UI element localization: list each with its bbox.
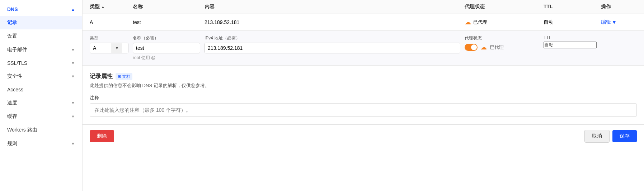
chevron-up-icon: ▲	[71, 7, 75, 11]
chevron-down-icon: ▼	[71, 142, 75, 146]
sidebar-item-rules[interactable]: 规则 ▼	[0, 137, 82, 151]
sidebar-item-email[interactable]: 电子邮件 ▼	[0, 43, 82, 57]
sidebar-item-security-label: 安全性	[7, 73, 22, 80]
ipv4-input[interactable]	[205, 43, 460, 53]
record-attrs-title: 记录属性 ⊞ 文档	[90, 73, 637, 80]
chevron-down-icon: ▼	[71, 48, 75, 52]
ttl-input[interactable]	[544, 42, 597, 48]
sidebar-item-security[interactable]: 安全性 ▼	[0, 70, 82, 83]
sidebar-item-cache[interactable]: 缓存 ▼	[0, 110, 82, 123]
type-header-label: 类型	[90, 4, 100, 10]
proxy-toggle[interactable]	[465, 44, 478, 51]
ipv4-field-label: IPv4 地址（必需）	[205, 35, 460, 41]
col-header-type[interactable]: 类型 ▲	[90, 4, 133, 10]
doc-badge[interactable]: ⊞ 文档	[116, 73, 132, 80]
sidebar: DNS ▲ 记录 设置 电子邮件 ▼ SSL/TLS ▼ 安全性 ▼ Acces…	[0, 0, 83, 191]
col-header-ttl: TTL	[544, 4, 601, 10]
save-button[interactable]: 保存	[612, 130, 637, 142]
doc-badge-label: 文档	[122, 74, 130, 79]
doc-badge-icon: ⊞	[118, 74, 121, 79]
comment-label: 注释	[90, 95, 637, 101]
action-right: 取消 保存	[584, 130, 637, 143]
main-content: 类型 ▲ 名称 内容 代理状态 TTL 操作 A test 213.189.52…	[83, 0, 644, 191]
row-name: test	[133, 19, 205, 25]
sidebar-item-rules-label: 规则	[7, 140, 17, 147]
type-select-wrapper[interactable]: A AAAA CNAME MX TXT ▼	[90, 43, 128, 53]
sidebar-item-records[interactable]: 记录	[0, 16, 82, 29]
col-header-actions: 操作	[601, 4, 637, 10]
edit-form-row: 类型 A AAAA CNAME MX TXT ▼ 名称（必需） root 使用 …	[83, 31, 644, 66]
row-proxy-status: ☁ 已代理	[465, 18, 544, 26]
sidebar-item-ssl[interactable]: SSL/TLS ▼	[0, 57, 82, 70]
row-edit-btn[interactable]: 编辑 ▼	[601, 19, 637, 25]
cloud-proxy-icon: ☁	[465, 18, 471, 26]
table-header: 类型 ▲ 名称 内容 代理状态 TTL 操作	[83, 0, 644, 14]
name-field: 名称（必需） root 使用 @	[133, 35, 205, 61]
row-content: 213.189.52.181	[205, 19, 465, 25]
toggle-knob	[471, 44, 477, 50]
delete-button[interactable]: 删除	[90, 130, 114, 142]
ttl-field-label: TTL	[544, 35, 597, 40]
type-field-label: 类型	[90, 35, 128, 41]
sidebar-item-speed-label: 速度	[7, 100, 17, 106]
ttl-edit-field: TTL	[544, 35, 601, 48]
sidebar-item-cache-label: 缓存	[7, 113, 17, 120]
ipv4-field: IPv4 地址（必需）	[205, 35, 465, 53]
col-header-name: 名称	[133, 4, 205, 10]
chevron-down-icon: ▼	[71, 114, 75, 119]
type-dropdown-btn[interactable]: ▼	[112, 43, 122, 53]
proxy-edit-field: 代理状态 ☁ 已代理	[465, 35, 544, 51]
col-header-proxy: 代理状态	[465, 4, 544, 10]
type-field: 类型 A AAAA CNAME MX TXT ▼	[90, 35, 133, 53]
chevron-down-icon: ▼	[71, 101, 75, 105]
edit-chevron-icon: ▼	[612, 19, 617, 25]
record-attributes-section: 记录属性 ⊞ 文档 此处提供的信息不会影响 DNS 记录的解析，仅供您参考。 注…	[83, 66, 644, 124]
comment-input[interactable]	[90, 103, 637, 117]
table-row: A test 213.189.52.181 ☁ 已代理 自动 编辑 ▼	[83, 14, 644, 31]
sidebar-item-speed[interactable]: 速度 ▼	[0, 96, 82, 110]
sidebar-item-workers[interactable]: Workers 路由	[0, 123, 82, 137]
proxy-status-label: 已代理	[490, 44, 504, 51]
root-hint: root 使用 @	[133, 55, 200, 61]
col-header-content: 内容	[205, 4, 465, 10]
sort-arrow-icon: ▲	[101, 5, 105, 9]
sidebar-item-settings-label: 设置	[7, 33, 17, 39]
sidebar-item-workers-label: Workers 路由	[7, 127, 37, 133]
record-attrs-description: 此处提供的信息不会影响 DNS 记录的解析，仅供您参考。	[90, 82, 637, 89]
sidebar-item-access-label: Access	[7, 87, 23, 92]
sidebar-item-access[interactable]: Access	[0, 83, 82, 96]
sidebar-item-settings[interactable]: 设置	[0, 29, 82, 43]
row-type: A	[90, 19, 133, 25]
sidebar-item-ssl-label: SSL/TLS	[7, 60, 27, 66]
sidebar-item-email-label: 电子邮件	[7, 47, 27, 53]
sidebar-item-records-label: 记录	[7, 19, 17, 26]
proxy-field-label: 代理状态	[465, 35, 539, 41]
cloud-icon-orange: ☁	[480, 43, 487, 51]
chevron-down-icon: ▼	[71, 61, 75, 65]
cancel-button[interactable]: 取消	[584, 130, 610, 143]
row-ttl: 自动	[544, 19, 601, 25]
sidebar-item-dns[interactable]: DNS ▲	[0, 3, 82, 16]
action-bar: 删除 取消 保存	[83, 124, 644, 148]
sidebar-item-dns-label: DNS	[7, 6, 18, 12]
type-select[interactable]: A AAAA CNAME MX TXT	[90, 43, 112, 53]
chevron-down-icon: ▼	[71, 74, 75, 78]
name-input[interactable]	[133, 43, 200, 53]
name-field-label: 名称（必需）	[133, 35, 200, 41]
